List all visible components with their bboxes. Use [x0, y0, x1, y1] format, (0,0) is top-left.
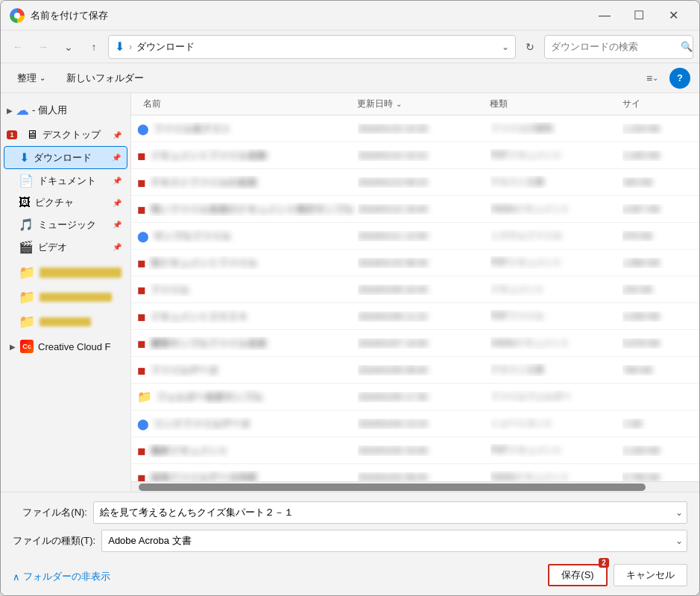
forward-button[interactable]: → [32, 36, 54, 58]
filetype-row: ファイルの種類(T): ⌄ [13, 530, 687, 552]
sidebar-folder-2[interactable]: 📁 [4, 285, 127, 309]
cloud-icon: ☁ [16, 102, 29, 118]
table-row[interactable]: ⬤ ファイル名テスト 2024/01/15 10:30 ファイルの種類 1,23… [131, 115, 699, 142]
folder-2-icon: 📁 [19, 289, 35, 305]
table-row[interactable]: ◼ ファイル 2024/01/09 16:45 ドキュメント 234 KB [131, 276, 699, 303]
search-input[interactable] [551, 41, 676, 52]
table-row[interactable]: ⬤ リンクファイルデータ 2024/01/04 13:15 ショートカット 1 … [131, 410, 699, 437]
file-type: PDFドキュメント [491, 444, 562, 457]
file-area: 名前 更新日時 ⌄ 種類 サイ ⬤ ファイル [131, 93, 699, 492]
sidebar-item-desktop[interactable]: 1 🖥 デスクトップ 📌 [4, 124, 127, 145]
search-box[interactable]: 🔍 [544, 35, 693, 59]
file-icon: ◼ [137, 364, 146, 376]
help-button[interactable]: ? [669, 68, 690, 89]
table-row[interactable]: ◼ 長いファイル名前のドキュメント例示サンプル 2024/01/12 18:40… [131, 196, 699, 223]
file-size: 789 KB [622, 365, 652, 375]
file-type: Adobeドキュメント [491, 337, 570, 349]
file-date: 2024/01/11 12:00 [358, 231, 427, 241]
table-row[interactable]: ◼ 追加ファイルデータ内容 2024/01/02 08:45 Adobeドキュメ… [131, 464, 699, 481]
chevron-up-icon: ∧ [13, 571, 20, 583]
address-bar[interactable]: ⬇ › ダウンロード ⌄ [108, 35, 516, 59]
save-button[interactable]: 2 保存(S) [548, 564, 608, 586]
filename-row: ファイル名(N): ⌄ [13, 501, 687, 524]
file-date: 2024/01/07 14:00 [358, 338, 427, 349]
refresh-button[interactable]: ↻ [519, 36, 541, 58]
file-type: ドキュメント [491, 283, 544, 296]
table-row[interactable]: ◼ テキストファイルの名前 2024/01/13 09:15 テキスト文書 34… [131, 169, 699, 196]
file-size: 2,345 KB [622, 150, 659, 161]
scrollbar-thumb[interactable] [139, 484, 646, 491]
main-content: ▶ ☁ - 個人用 1 🖥 デスクトップ 📌 ⬇ ダウンロード [1, 93, 699, 492]
file-date: 2024/01/12 18:40 [358, 204, 427, 215]
desktop-pin-icon: 📌 [113, 131, 122, 139]
file-list: ⬤ ファイル名テスト 2024/01/15 10:30 ファイルの種類 1,23… [131, 115, 699, 481]
sidebar-desktop-label: デスクトップ [42, 128, 108, 142]
file-icon: ⬤ [137, 123, 149, 135]
table-row[interactable]: ◼ ドキュメントファイル名称 2024/01/14 15:22 PDFドキュメン… [131, 142, 699, 169]
column-header-type[interactable]: 種類 [484, 93, 617, 115]
view-dropdown-icon: ⌄ [652, 74, 658, 82]
column-header-date[interactable]: 更新日時 ⌄ [351, 93, 484, 115]
maximize-button[interactable]: ☐ [622, 4, 656, 28]
file-date: 2024/01/15 10:30 [358, 124, 427, 134]
filename-label: ファイル名(N): [13, 506, 87, 519]
file-icon: ⬤ [137, 230, 149, 242]
file-type: PDFドキュメント [491, 256, 562, 269]
sidebar-item-creative-cloud[interactable]: ▶ Cc Creative Cloud F [4, 337, 127, 356]
creative-cloud-label: Creative Cloud F [38, 341, 111, 352]
cloud-label: - 個人用 [32, 104, 124, 117]
new-folder-label: 新しいフォルダー [66, 72, 144, 85]
up-button[interactable]: ↑ [83, 36, 105, 58]
table-row[interactable]: ◼ 書類サンプルファイル名前 2024/01/07 14:00 Adobeドキュ… [131, 330, 699, 357]
creative-cloud-expand-icon: ▶ [10, 343, 16, 351]
sidebar-folder-3[interactable]: 📁 [4, 310, 127, 334]
view-button[interactable]: ≡ ⌄ [641, 68, 663, 89]
hide-folder-toggle[interactable]: ∧ フォルダーの非表示 [13, 567, 110, 586]
file-size: 1 KB [622, 419, 642, 429]
folder-2-label [40, 293, 112, 302]
file-type: ショートカット [491, 417, 553, 430]
sidebar-folder-1[interactable]: 📁 [4, 261, 127, 285]
sidebar-pictures-label: ピクチャ [35, 196, 108, 209]
filename-input[interactable] [93, 501, 687, 524]
cloud-group-header[interactable]: ▶ ☁ - 個人用 [1, 99, 130, 121]
step2-badge: 2 [599, 558, 609, 568]
cancel-button[interactable]: キャンセル [614, 564, 687, 586]
table-row[interactable]: ◼ 最終ドキュメント 2024/01/03 10:00 PDFドキュメント 2,… [131, 437, 699, 464]
column-header-size[interactable]: サイ [617, 93, 693, 115]
sidebar-item-pictures[interactable]: 🖼 ピクチャ 📌 [4, 192, 127, 213]
file-name: フォルダー名前サンプル [157, 390, 263, 404]
new-folder-button[interactable]: 新しいフォルダー [59, 68, 151, 89]
table-row[interactable]: ◼ ドキュメント２０２４ 2024/01/08 11:22 PDFファイル 3,… [131, 303, 699, 330]
sidebar-item-documents[interactable]: 📄 ドキュメント 📌 [4, 170, 127, 191]
quick-access-section: 1 🖥 デスクトップ 📌 ⬇ ダウンロード 📌 📄 ドキュメント 📌 [1, 124, 130, 258]
file-type: システムファイル [491, 229, 562, 242]
column-name-label: 名前 [143, 98, 161, 110]
sidebar-item-downloads[interactable]: ⬇ ダウンロード 📌 [4, 146, 127, 169]
sidebar-downloads-label: ダウンロード [34, 151, 107, 165]
file-date: 2024/01/13 09:15 [358, 177, 427, 188]
file-icon: ◼ [137, 472, 146, 482]
hide-folder-label: フォルダーの非表示 [23, 570, 110, 583]
table-row[interactable]: ◼ ファイルデータ 2024/01/06 09:00 テキスト文書 789 KB [131, 357, 699, 384]
organize-button[interactable]: 整理 ⌄ [10, 68, 53, 89]
back-button[interactable]: ← [7, 36, 29, 58]
table-row[interactable]: 📁 フォルダー名前サンプル 2024/01/05 17:30 ファイルフォルダー [131, 384, 699, 410]
file-icon: ◼ [137, 284, 146, 296]
sidebar-item-music[interactable]: 🎵 ミュージック 📌 [4, 214, 127, 235]
horizontal-scrollbar[interactable] [131, 481, 699, 492]
column-header-name[interactable]: 名前 [137, 93, 351, 115]
minimize-button[interactable]: — [587, 4, 622, 28]
close-button[interactable]: ✕ [656, 4, 690, 28]
table-row[interactable]: ◼ 別ドキュメントファイル 2024/01/10 08:30 PDFドキュメント… [131, 250, 699, 276]
file-name: リンクファイルデータ [154, 417, 250, 431]
file-size: 3,456 KB [622, 311, 659, 322]
table-row[interactable]: ⬤ サンプルファイル 2024/01/11 12:00 システムファイル 678… [131, 223, 699, 250]
file-date: 2024/01/08 11:22 [358, 311, 427, 322]
sidebar-item-videos[interactable]: 🎬 ビデオ 📌 [4, 236, 127, 258]
recent-dropdown-button[interactable]: ⌄ [57, 36, 80, 58]
desktop-icon: 🖥 [26, 128, 38, 142]
button-row: 2 保存(S) キャンセル [548, 564, 687, 586]
videos-pin-icon: 📌 [113, 243, 122, 251]
filetype-input[interactable] [101, 530, 687, 552]
